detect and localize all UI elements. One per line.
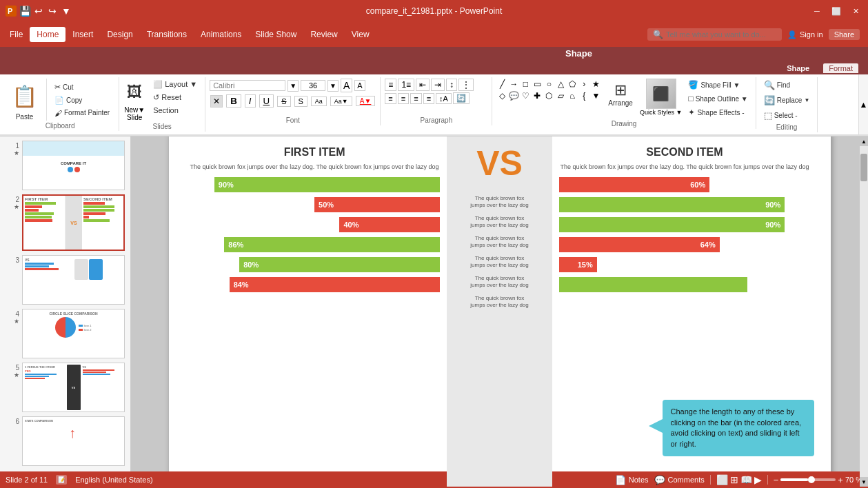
save-icon[interactable]: 💾 bbox=[19, 6, 30, 17]
align-left-btn[interactable]: ≡ bbox=[385, 93, 396, 104]
slideshow-btn[interactable]: ▶ bbox=[754, 474, 762, 485]
undo-icon[interactable]: ↩ bbox=[33, 6, 44, 17]
change-case-btn[interactable]: Aa▼ bbox=[330, 96, 352, 106]
font-color-btn[interactable]: A▼ bbox=[356, 96, 376, 106]
ribbon-expand-btn[interactable]: ▲ bbox=[858, 74, 868, 134]
shape-outline-btn[interactable]: □ Shape Outline ▼ bbox=[685, 92, 751, 105]
menu-design[interactable]: Design bbox=[100, 27, 139, 42]
right-bar-6[interactable] bbox=[559, 277, 809, 292]
scroll-up-btn[interactable]: ▲ bbox=[860, 136, 868, 146]
font-name-dropdown[interactable]: ▼ bbox=[287, 80, 299, 92]
align-center-btn[interactable]: ≡ bbox=[398, 93, 409, 104]
left-bar-5[interactable]: 80% bbox=[190, 257, 440, 272]
left-bar-3[interactable]: 40% bbox=[190, 217, 440, 232]
notes-btn[interactable]: 📄 Notes bbox=[615, 475, 649, 485]
close-btn[interactable]: ✕ bbox=[849, 4, 862, 18]
strikethrough-btn[interactable]: S bbox=[277, 96, 290, 107]
redo-icon[interactable]: ↪ bbox=[47, 6, 58, 17]
shape-fill-btn[interactable]: 🪣 Shape Fill ▼ bbox=[685, 79, 751, 91]
slide-4-thumbnail[interactable]: CIRCLE SLICE COMPARISON Item 1 Item 2 bbox=[22, 309, 125, 358]
chevron-shape[interactable]: › bbox=[578, 79, 589, 90]
slide-thumb-6[interactable]: 6 ★ STATS COMPARISON ↑ bbox=[6, 416, 125, 466]
left-bar-4[interactable]: 86% bbox=[190, 237, 440, 252]
heart-shape[interactable]: ♡ bbox=[520, 90, 531, 101]
increase-indent-btn[interactable]: ⇥ bbox=[431, 79, 445, 91]
menu-slideshow[interactable]: Slide Show bbox=[248, 27, 303, 42]
text-clear-btn[interactable]: ✕ bbox=[210, 95, 223, 108]
font-decrease-btn[interactable]: A bbox=[354, 80, 365, 91]
menu-view[interactable]: View bbox=[345, 27, 376, 42]
font-size-input[interactable] bbox=[301, 80, 325, 91]
zoom-thumb[interactable] bbox=[808, 476, 815, 483]
right-bar-2[interactable]: 90% bbox=[559, 197, 809, 212]
left-bar-6[interactable]: 84% bbox=[190, 277, 440, 292]
slide-thumb-4[interactable]: 4 ★ CIRCLE SLICE COMPARISON Item 1 Item … bbox=[6, 309, 125, 358]
rounded-rect-shape[interactable]: ▭ bbox=[532, 79, 543, 90]
right-bar-3[interactable]: 90% bbox=[559, 217, 809, 232]
quick-styles-btn[interactable]: ⬛ Quick Styles ▼ bbox=[640, 79, 682, 116]
italic-btn[interactable]: I bbox=[245, 94, 256, 108]
new-slide-btn[interactable]: 🖼 bbox=[123, 79, 145, 106]
format-painter-btn[interactable]: 🖌 Format Painter bbox=[51, 108, 113, 119]
normal-view-btn[interactable]: ⬜ bbox=[716, 474, 728, 485]
slide-sorter-btn[interactable]: ⊞ bbox=[730, 474, 738, 485]
shape-format-tab[interactable]: Format bbox=[823, 63, 858, 73]
arrow-shape[interactable]: → bbox=[508, 79, 519, 90]
replace-btn[interactable]: 🔄 Replace ▼ bbox=[760, 94, 814, 107]
select-btn[interactable]: ⬚ Select - bbox=[760, 109, 814, 122]
right-bar-4[interactable]: 64% bbox=[559, 237, 809, 252]
right-bar-1[interactable]: 60% bbox=[559, 177, 809, 192]
underline-btn[interactable]: U bbox=[259, 94, 274, 108]
bold-btn[interactable]: B bbox=[226, 94, 241, 108]
rect-shape[interactable]: □ bbox=[520, 79, 531, 90]
section-btn[interactable]: Section bbox=[150, 105, 201, 116]
customize-icon[interactable]: ▼ bbox=[61, 6, 72, 17]
reset-btn[interactable]: ↺ Reset bbox=[150, 92, 201, 103]
slide-6-thumbnail[interactable]: STATS COMPARISON ↑ bbox=[22, 416, 125, 466]
slide-thumb-3[interactable]: 3 ★ VS bbox=[6, 255, 125, 305]
slide-thumb-5[interactable]: 5 ★ 1 VERSUS THE OTHER PRO VS bbox=[6, 363, 125, 412]
paste-btn[interactable]: 📋 bbox=[7, 79, 42, 113]
line-spacing-btn[interactable]: ↕ bbox=[446, 79, 457, 91]
zoom-slider[interactable] bbox=[780, 478, 836, 481]
scroll-thumb[interactable] bbox=[860, 154, 867, 181]
signin-btn[interactable]: 👤Sign in bbox=[787, 30, 823, 39]
cut-btn[interactable]: ✂ Cut bbox=[51, 81, 113, 93]
columns-btn[interactable]: ⋮ bbox=[458, 79, 474, 91]
shadow-btn[interactable]: S bbox=[294, 96, 307, 107]
diamond-shape[interactable]: ◇ bbox=[496, 90, 507, 101]
font-name-input[interactable] bbox=[210, 80, 285, 91]
menu-review[interactable]: Review bbox=[303, 27, 344, 42]
more-shapes[interactable]: ▼ bbox=[590, 90, 601, 101]
menu-insert[interactable]: Insert bbox=[65, 27, 100, 42]
reading-view-btn[interactable]: 📖 bbox=[740, 474, 752, 485]
menu-file[interactable]: File bbox=[3, 27, 30, 42]
convert-smartart-btn[interactable]: 🔄 bbox=[453, 92, 470, 104]
circle-shape[interactable]: ○ bbox=[543, 79, 554, 90]
font-size-dropdown[interactable]: ▼ bbox=[327, 80, 339, 92]
hexagon-shape[interactable]: ⬡ bbox=[543, 90, 554, 101]
minimize-btn[interactable]: ─ bbox=[810, 4, 824, 18]
align-right-btn[interactable]: ≡ bbox=[410, 93, 421, 104]
tell-me-input[interactable] bbox=[666, 30, 776, 39]
canvas-vscrollbar[interactable]: ▲ ▼ bbox=[860, 136, 868, 487]
left-bar-2[interactable]: 50% bbox=[190, 197, 440, 212]
triangle-shape[interactable]: △ bbox=[555, 79, 566, 90]
text-direction-btn[interactable]: ↕A bbox=[436, 93, 452, 104]
line-shape[interactable]: ╱ bbox=[496, 79, 507, 90]
right-bar-5[interactable]: 15% bbox=[559, 257, 809, 272]
menu-transitions[interactable]: Transitions bbox=[140, 27, 194, 42]
justify-btn[interactable]: ≡ bbox=[423, 93, 434, 104]
slide-2-thumbnail[interactable]: FIRST ITEM VS SECOND ITEM bbox=[22, 194, 125, 251]
menu-home[interactable]: Home bbox=[30, 27, 65, 42]
slide-thumb-1[interactable]: 1 ★ COMPARE IT bbox=[6, 141, 125, 190]
slide-3-thumbnail[interactable]: VS bbox=[22, 255, 125, 305]
callout-shape[interactable]: 💬 bbox=[508, 90, 519, 101]
cross-shape[interactable]: ✚ bbox=[532, 90, 543, 101]
brace-shape[interactable]: { bbox=[578, 90, 589, 101]
shape-effects-btn[interactable]: ✦ Shape Effects - bbox=[685, 106, 751, 119]
layout-btn[interactable]: ⬜ Layout ▼ bbox=[150, 79, 201, 90]
bullet-list-btn[interactable]: ≡ bbox=[385, 79, 396, 91]
restore-btn[interactable]: ⬜ bbox=[829, 4, 843, 18]
slide-5-thumbnail[interactable]: 1 VERSUS THE OTHER PRO VS VS bbox=[22, 363, 125, 412]
